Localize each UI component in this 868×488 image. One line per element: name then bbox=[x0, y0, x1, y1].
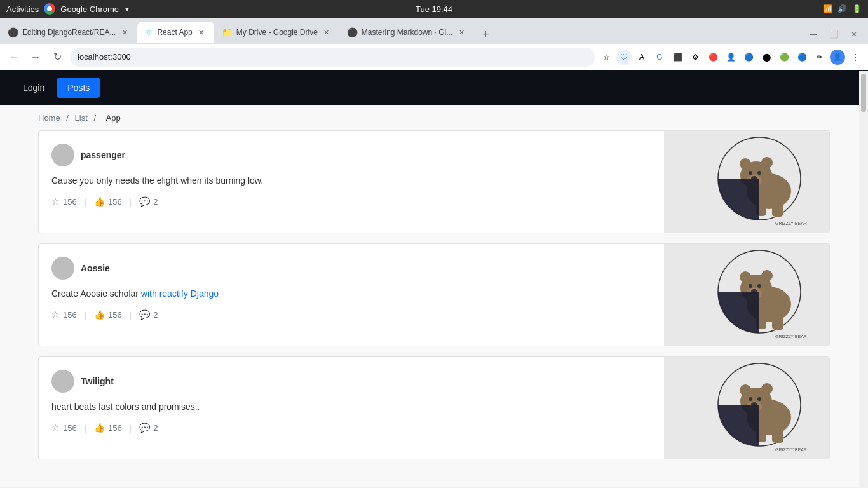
chevron-down-icon[interactable]: ▼ bbox=[124, 6, 130, 13]
new-tab-button[interactable]: + bbox=[477, 25, 494, 43]
stat-divider: | bbox=[85, 197, 86, 207]
breadcrumb-app: App bbox=[106, 113, 121, 123]
tab4-title: Mastering Markdown · Gi... bbox=[362, 28, 452, 37]
like-icon[interactable]: 👍 bbox=[94, 423, 105, 433]
ext2-icon[interactable]: ⚙ bbox=[688, 50, 703, 65]
app-content: Login Posts Home / List / App passenger … bbox=[0, 70, 868, 487]
like-icon[interactable]: 👍 bbox=[94, 309, 105, 320]
post-image: GRIZZLY BEAR bbox=[664, 131, 829, 233]
like-stat: 👍 156 bbox=[94, 423, 122, 433]
like-count: 156 bbox=[108, 423, 122, 433]
comment-count: 2 bbox=[153, 310, 158, 320]
toolbar-icons: ☆ 🛡 A G ⬛ ⚙ 🔴 👤 🔵 ⬤ 🟢 🔵 ✏ 👤 ⋮ bbox=[599, 50, 863, 65]
tab1-close-button[interactable]: ✕ bbox=[119, 27, 130, 37]
tab1-favicon: ⚫ bbox=[8, 27, 18, 37]
like-icon[interactable]: 👍 bbox=[94, 196, 105, 207]
ext5-icon[interactable]: 🔵 bbox=[741, 50, 756, 65]
post-stats: ☆ 156 | 👍 156 | 💬 2 bbox=[51, 423, 651, 433]
nav-posts[interactable]: Posts bbox=[57, 78, 100, 98]
post-content: passenger Cause you only needs the eligh… bbox=[39, 131, 664, 233]
tab3-favicon: 📁 bbox=[222, 27, 233, 37]
address-bar-row: ← → ↻ ☆ 🛡 A G ⬛ ⚙ 🔴 👤 🔵 ⬤ 🟢 🔵 ✏ 👤 ⋮ bbox=[0, 43, 868, 70]
scroll-thumb[interactable] bbox=[861, 74, 866, 112]
svg-point-33 bbox=[757, 397, 761, 401]
ext4-icon[interactable]: 👤 bbox=[723, 50, 738, 65]
menu-button[interactable]: ⋮ bbox=[848, 50, 863, 65]
post-author-row: Twilight bbox=[51, 370, 651, 393]
os-bar-right: 📶 🔊 🔋 bbox=[823, 4, 862, 13]
comment-icon[interactable]: 💬 bbox=[139, 196, 150, 207]
stat-divider: | bbox=[85, 310, 86, 320]
comment-count: 2 bbox=[153, 197, 158, 207]
volume-icon: 🔊 bbox=[837, 4, 847, 13]
ext6-icon[interactable]: ⬤ bbox=[759, 50, 774, 65]
tab3-close-button[interactable]: ✕ bbox=[322, 27, 332, 37]
like-stat: 👍 156 bbox=[94, 196, 122, 207]
close-window-button[interactable]: ✕ bbox=[845, 25, 863, 43]
tab-google-drive[interactable]: 📁 My Drive - Google Drive ✕ bbox=[214, 22, 339, 43]
star-stat: ☆ 156 bbox=[51, 309, 77, 320]
ext9-icon[interactable]: ✏ bbox=[812, 50, 827, 65]
post-text: Create Aoosie scholar with reactify Djan… bbox=[51, 287, 651, 301]
breadcrumb-list[interactable]: List bbox=[75, 113, 88, 123]
profile-icon[interactable]: 👤 bbox=[830, 50, 845, 65]
author-name: passenger bbox=[81, 150, 125, 160]
post-image: GRIZZLY BEAR bbox=[664, 357, 829, 459]
comment-stat: 💬 2 bbox=[139, 196, 158, 207]
posts-container: passenger Cause you only needs the eligh… bbox=[0, 130, 868, 482]
breadcrumb-home[interactable]: Home bbox=[38, 113, 60, 123]
tab-editing-django[interactable]: ⚫ Editing DjangoReact/REA... ✕ bbox=[0, 22, 137, 43]
forward-button[interactable]: → bbox=[27, 48, 44, 66]
tab-bar: ⚫ Editing DjangoReact/REA... ✕ ⚛ React A… bbox=[0, 18, 868, 43]
post-content: Twilight heart beats fast colors and pro… bbox=[39, 357, 664, 459]
tab-react-app[interactable]: ⚛ React App ✕ bbox=[137, 22, 214, 43]
maximize-button[interactable]: ⬜ bbox=[825, 25, 843, 43]
svg-point-17 bbox=[740, 271, 751, 283]
star-icon[interactable]: ☆ bbox=[51, 423, 60, 433]
stat-divider: | bbox=[85, 423, 86, 433]
reload-button[interactable]: ↻ bbox=[48, 48, 66, 66]
ext1-icon[interactable]: ⬛ bbox=[670, 50, 685, 65]
svg-text:GRIZZLY BEAR: GRIZZLY BEAR bbox=[775, 221, 807, 226]
google-icon[interactable]: G bbox=[652, 50, 667, 65]
extensions-icon[interactable]: A bbox=[634, 50, 649, 65]
bookmark-icon[interactable]: ☆ bbox=[599, 50, 614, 65]
scrollbar[interactable] bbox=[859, 71, 868, 487]
os-bar-left: Activities Google Chrome ▼ bbox=[6, 3, 130, 15]
svg-text:GRIZZLY BEAR: GRIZZLY BEAR bbox=[775, 334, 807, 339]
shield-icon[interactable]: 🛡 bbox=[616, 50, 632, 65]
chrome-logo-icon bbox=[44, 3, 55, 15]
bear-illustration: GRIZZLY BEAR bbox=[677, 131, 817, 233]
star-icon[interactable]: ☆ bbox=[51, 196, 60, 207]
post-content: Aossie Create Aoosie scholar with reacti… bbox=[39, 244, 664, 346]
back-button[interactable]: ← bbox=[5, 48, 23, 66]
avatar bbox=[51, 144, 74, 166]
tab2-close-button[interactable]: ✕ bbox=[196, 27, 207, 37]
battery-icon: 🔋 bbox=[852, 4, 862, 13]
nav-login[interactable]: Login bbox=[13, 78, 55, 98]
svg-text:GRIZZLY BEAR: GRIZZLY BEAR bbox=[775, 447, 807, 452]
tab4-close-button[interactable]: ✕ bbox=[456, 27, 466, 37]
avatar bbox=[51, 257, 74, 280]
bear-illustration: GRIZZLY BEAR bbox=[677, 244, 817, 346]
ext3-icon[interactable]: 🔴 bbox=[705, 50, 721, 65]
star-icon[interactable]: ☆ bbox=[51, 309, 60, 320]
activities-label[interactable]: Activities bbox=[6, 4, 39, 14]
ext7-icon[interactable]: 🟢 bbox=[776, 50, 792, 65]
post-text-link[interactable]: with reactify Django bbox=[141, 288, 219, 299]
like-count: 156 bbox=[108, 197, 122, 207]
svg-point-31 bbox=[761, 383, 773, 395]
star-count: 156 bbox=[63, 310, 77, 320]
comment-icon[interactable]: 💬 bbox=[139, 423, 150, 433]
svg-point-5 bbox=[761, 157, 773, 168]
svg-point-18 bbox=[761, 270, 773, 281]
minimize-button[interactable]: — bbox=[804, 25, 822, 43]
address-input[interactable] bbox=[70, 48, 595, 67]
svg-point-34 bbox=[749, 397, 752, 401]
post-author-row: passenger bbox=[51, 144, 651, 166]
ext8-icon[interactable]: 🔵 bbox=[794, 50, 810, 65]
post-text: Cause you only needs the elight when its… bbox=[51, 174, 651, 187]
breadcrumb-sep1: / bbox=[66, 113, 71, 123]
tab-mastering-markdown[interactable]: ⚫ Mastering Markdown · Gi... ✕ bbox=[339, 22, 474, 43]
comment-icon[interactable]: 💬 bbox=[139, 309, 150, 320]
